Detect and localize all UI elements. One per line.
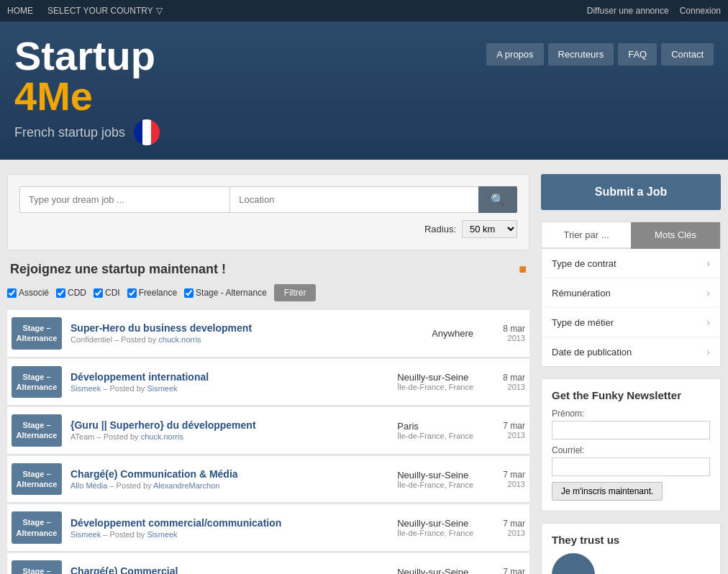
french-flag-icon (134, 119, 160, 145)
job-posted-by[interactable]: AlexandreMarchon (153, 481, 219, 490)
logo-4me: 4Me (14, 76, 155, 117)
header-nav: A propos Recruteurs FAQ Contact (486, 43, 714, 65)
job-location: Neuilly-sur-Seine Île-de-France, France (397, 372, 473, 391)
trust-panel: They trust us (541, 523, 721, 574)
job-list: Stage –Alternance Super-Hero du business… (7, 310, 529, 574)
filter-cdi[interactable]: CDI (94, 288, 120, 298)
job-location: Neuilly-sur-Seine Île-de-France, France (397, 470, 473, 489)
table-row[interactable]: Stage –Alternance Super-Hero du business… (7, 310, 529, 357)
chevron-right-icon: › (706, 287, 710, 299)
country-select[interactable]: SELECT YOUR COUNTRY ▽ (47, 6, 163, 16)
filter-type-contrat[interactable]: Type de contrat › (542, 249, 720, 278)
logo-startup: Startup (14, 36, 155, 76)
country-label: SELECT YOUR COUNTRY (47, 6, 153, 16)
radius-row: Radius: 50 km 10 km 25 km 100 km 200 km (19, 220, 517, 238)
job-tag: Stage –Alternance (12, 511, 62, 544)
courriel-input[interactable] (552, 457, 710, 476)
newsletter-submit-button[interactable]: Je m'inscris maintenant. (552, 482, 663, 501)
search-icon: 🔍 (491, 193, 505, 206)
rss-icon[interactable]: ■ (519, 262, 527, 277)
table-row[interactable]: Stage –Alternance Développement internat… (7, 359, 529, 406)
job-info: Chargé(e) Communication & Média Allo Méd… (70, 468, 388, 490)
radius-select[interactable]: 50 km 10 km 25 km 100 km 200 km (462, 220, 517, 238)
diffuser-link[interactable]: Diffuser une annonce (587, 6, 669, 16)
search-inputs: 🔍 (19, 186, 517, 213)
job-company[interactable]: Allo Média (70, 481, 107, 490)
logo-subtitle: French startup jobs (14, 125, 125, 140)
job-info: Développement international Sismeek – Po… (70, 371, 388, 393)
search-box: 🔍 Radius: 50 km 10 km 25 km 100 km 200 k… (7, 174, 529, 250)
tab-trier[interactable]: Trier par ... (542, 222, 631, 249)
chevron-right-icon: › (706, 316, 710, 328)
filter-remuneration[interactable]: Rémunération › (542, 278, 720, 308)
right-sidebar: Submit a Job Trier par ... Mots Clés Typ… (541, 174, 721, 574)
job-tag: Stage –Alternance (12, 366, 62, 398)
job-company[interactable]: Sismeek (70, 530, 101, 539)
job-tag: Stage –Alternance (12, 317, 62, 350)
job-info: Chargé(e) Commercial Allo Média – Posted… (70, 565, 388, 574)
job-tag: Stage –Alternance (12, 414, 62, 447)
filter-associe[interactable]: Associé (7, 288, 49, 298)
job-info: {Guru || Superhero} du développement ATe… (70, 419, 388, 441)
job-date: 7 mar 2013 (482, 470, 525, 488)
chevron-right-icon: › (706, 258, 710, 269)
home-link[interactable]: HOME (7, 6, 33, 16)
table-row[interactable]: Stage –Alternance {Guru || Superhero} du… (7, 407, 529, 455)
job-company[interactable]: Sismeek (70, 384, 101, 393)
job-meta: Confidentiel – Posted by chuck.norris (70, 335, 423, 344)
chevron-right-icon: › (706, 346, 710, 357)
search-location-input[interactable] (229, 186, 478, 213)
jobs-header: Rejoignez une startup maintenant ! ■ (7, 262, 529, 277)
filter-type-metier[interactable]: Type de métier › (542, 308, 720, 337)
connexion-link[interactable]: Connexion (680, 6, 721, 16)
job-meta: ATeam – Posted by chuck.norris (70, 432, 388, 441)
job-date: 7 mar 2013 (482, 519, 525, 537)
apropos-btn[interactable]: A propos (486, 43, 543, 65)
filter-stage[interactable]: Stage - Alternance (184, 288, 267, 298)
job-meta: Sismeek – Posted by Sismeek (70, 530, 388, 539)
courriel-label: Courriel: (552, 445, 710, 455)
filter-freelance[interactable]: Freelance (127, 288, 177, 298)
job-title: Développement international (70, 371, 388, 383)
job-tag: Stage –Alternance (12, 463, 62, 496)
table-row[interactable]: Stage –Alternance Chargé(e) Communicatio… (7, 456, 529, 504)
search-job-input[interactable] (19, 186, 229, 213)
newsletter-title: Get the Funky Newsletter (552, 389, 710, 401)
job-posted-by[interactable]: Sismeek (147, 530, 177, 539)
main-wrapper: 🔍 Radius: 50 km 10 km 25 km 100 km 200 k… (0, 160, 728, 574)
job-meta: Sismeek – Posted by Sismeek (70, 384, 388, 393)
filters-row: Associé CDD CDI Freelance Stage - Altern… (7, 284, 529, 301)
topnav-right: Diffuser une annonce Connexion (587, 6, 721, 16)
table-row[interactable]: Stage –Alternance Chargé(e) Commercial A… (7, 553, 529, 574)
radius-label: Radius: (424, 224, 456, 234)
logo-area: Startup 4Me French startup jobs (14, 36, 160, 145)
job-date: 7 mar 2013 (482, 421, 525, 439)
trust-title: They trust us (552, 534, 710, 546)
topnav-left: HOME SELECT YOUR COUNTRY ▽ (7, 6, 163, 16)
contact-btn[interactable]: Contact (661, 43, 714, 65)
submit-job-button[interactable]: Submit a Job (541, 174, 721, 210)
filter-cdd[interactable]: CDD (56, 288, 86, 298)
recruteurs-btn[interactable]: Recruteurs (548, 43, 614, 65)
job-title: Chargé(e) Commercial (70, 565, 388, 574)
job-title: Super-Hero du business development (70, 322, 423, 334)
trust-logo (552, 553, 595, 574)
country-arrow: ▽ (156, 6, 163, 16)
faq-btn[interactable]: FAQ (618, 43, 657, 65)
table-row[interactable]: Stage –Alternance Développement commerci… (7, 504, 529, 552)
filter-button[interactable]: Filtrer (274, 284, 317, 301)
job-date: 8 mar 2013 (482, 324, 525, 342)
left-content: 🔍 Radius: 50 km 10 km 25 km 100 km 200 k… (7, 174, 529, 574)
job-posted-by[interactable]: chuck.norris (141, 432, 183, 441)
job-title: Chargé(e) Communication & Média (70, 468, 388, 480)
job-posted-by[interactable]: chuck.norris (158, 335, 201, 344)
prenom-input[interactable] (552, 421, 710, 439)
job-posted-by[interactable]: Sismeek (147, 384, 177, 393)
job-tag: Stage –Alternance (12, 560, 62, 574)
job-location: Neuilly-sur-Seine Île-de-France, France (397, 567, 473, 574)
job-location: Neuilly-sur-Seine Île-de-France, France (397, 518, 473, 537)
job-title: {Guru || Superhero} du développement (70, 419, 388, 431)
filter-date-publication[interactable]: Date de publication › (542, 337, 720, 366)
search-button[interactable]: 🔍 (478, 186, 517, 213)
tab-mots-cles[interactable]: Mots Clés (631, 222, 720, 249)
